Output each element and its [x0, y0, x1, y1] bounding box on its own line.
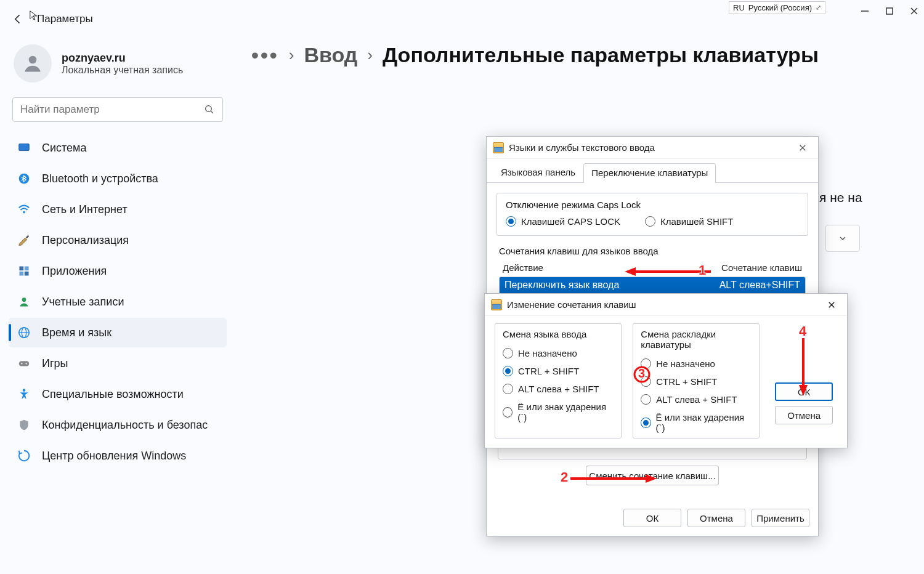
radio-alt-shift[interactable]: ALT слева + SHIFT [503, 384, 614, 394]
search-input[interactable] [20, 103, 204, 116]
radio-ctrl-shift[interactable]: CTRL + SHIFT [503, 366, 614, 376]
accessibility-icon [17, 387, 31, 401]
lang-code: RU [733, 3, 745, 12]
svg-rect-11 [20, 267, 24, 271]
close-button[interactable] [909, 6, 919, 16]
input-language-group: Смена языка ввода Не назначено CTRL + SH… [495, 323, 622, 439]
radio-shift[interactable]: Клавишей SHIFT [645, 216, 733, 227]
radio-ctrl-shift[interactable]: CTRL + SHIFT [641, 376, 752, 387]
radio-not-assigned[interactable]: Не назначено [503, 348, 614, 358]
dropdown-chevron[interactable] [825, 225, 860, 252]
search-box[interactable] [12, 97, 223, 122]
sidebar-item-accounts[interactable]: Учетные записи [9, 287, 227, 317]
sidebar-item-label: Специальные возможности [42, 388, 184, 401]
app-title: Параметры [37, 13, 93, 25]
sidebar-item-gaming[interactable]: Игры [9, 349, 227, 378]
step-number: 3 [638, 366, 645, 381]
svg-point-10 [23, 211, 25, 214]
sidebar-item-label: Учетные записи [42, 296, 124, 309]
cancel-button[interactable]: Отмена [775, 406, 833, 424]
ok-button[interactable]: ОК [623, 509, 681, 527]
col-shortcut: Сочетание клавиш [721, 262, 802, 273]
arrow-annotation-icon [798, 338, 809, 396]
gamepad-icon [17, 357, 31, 370]
svg-point-22 [23, 389, 26, 392]
svg-rect-13 [20, 272, 24, 276]
svg-marker-28 [646, 474, 657, 483]
col-action: Действие [503, 262, 543, 273]
radio-caps-lock[interactable]: Клавишей CAPS LOCK [506, 216, 620, 227]
nav-list: Система Bluetooth и устройства Сеть и Ин… [9, 133, 227, 471]
account-block[interactable]: poznyaev.ru Локальная учетная запись [9, 42, 227, 94]
tab-keyboard-switch[interactable]: Переключение клавиатуры [583, 163, 716, 183]
close-button[interactable] [793, 140, 812, 156]
sidebar-item-label: Игры [42, 357, 68, 370]
sidebar-item-label: Bluetooth и устройства [42, 172, 158, 185]
lang-name: Русский (Россия) [748, 3, 812, 12]
radio-alt-shift[interactable]: ALT слева + SHIFT [641, 394, 752, 405]
breadcrumb-ellipsis[interactable]: ••• [251, 43, 279, 67]
sidebar-item-label: Приложения [42, 265, 107, 278]
breadcrumb-input[interactable]: Ввод [304, 43, 357, 67]
group-title: Смена раскладки клавиатуры [641, 329, 752, 350]
wifi-icon [17, 203, 31, 216]
sidebar-item-label: Сеть и Интернет [42, 203, 128, 216]
sidebar-item-bluetooth[interactable]: Bluetooth и устройства [9, 164, 227, 193]
account-subtitle: Локальная учетная запись [62, 65, 183, 76]
group-title: Отключение режима Caps Lock [506, 200, 799, 210]
account-name: poznyaev.ru [62, 52, 183, 65]
page-title: Дополнительные параметры клавиатуры [383, 43, 819, 67]
svg-point-20 [21, 363, 22, 364]
back-button[interactable] [11, 12, 25, 26]
svg-rect-7 [19, 144, 30, 151]
sidebar-item-network[interactable]: Сеть и Интернет [9, 195, 227, 224]
sidebar-item-label: Система [42, 142, 87, 155]
svg-marker-33 [799, 385, 808, 396]
minimize-button[interactable] [860, 6, 870, 16]
sidebar-item-system[interactable]: Система [9, 133, 227, 163]
radio-grave-accent[interactable]: Ё или знак ударения (`) [503, 402, 614, 422]
apply-button[interactable]: Применить [752, 509, 809, 527]
cancel-button[interactable]: Отмена [687, 509, 745, 527]
tab-language-bar[interactable]: Языковая панель [493, 163, 583, 182]
svg-rect-1 [886, 8, 893, 14]
update-icon [17, 449, 31, 463]
svg-line-6 [211, 111, 213, 113]
sidebar-item-label: Персонализация [42, 234, 129, 247]
sidebar-item-update[interactable]: Центр обновления Windows [9, 441, 227, 471]
close-button[interactable] [822, 297, 841, 313]
display-icon [17, 141, 31, 155]
dialog-title: Языки и службы текстового ввода [509, 142, 655, 153]
svg-point-4 [29, 56, 37, 64]
group-title: Сочетания клавиш для языков ввода [499, 246, 806, 256]
shortcut-row-selected[interactable]: Переключить язык ввода ALT слева+SHIFT [500, 277, 805, 293]
language-indicator[interactable]: RU Русский (Россия) ⤢ [729, 1, 825, 14]
step-number: 2 [561, 469, 568, 485]
sidebar-item-label: Центр обновления Windows [42, 450, 186, 463]
change-key-sequence-dialog: Изменение сочетания клавиш Смена языка в… [484, 293, 848, 448]
arrow-annotation-icon [570, 473, 657, 484]
svg-point-5 [206, 106, 212, 112]
maximize-button[interactable] [885, 6, 894, 16]
step-number: 4 [799, 323, 806, 339]
sidebar-item-personalization[interactable]: Персонализация [9, 225, 227, 255]
radio-grave-accent[interactable]: Ё или знак ударения (`) [641, 412, 752, 433]
avatar-icon [14, 44, 52, 83]
background-text-fragment: я не на [819, 188, 862, 206]
radio-not-assigned[interactable]: Не назначено [641, 358, 752, 369]
dialog-buttons: ОК Отмена Применить [623, 509, 809, 527]
dialog-titlebar: Языки и службы текстового ввода [487, 137, 818, 159]
dialog-title: Изменение сочетания клавиш [507, 299, 636, 310]
svg-point-21 [26, 363, 27, 364]
arrow-annotation-icon [625, 266, 711, 277]
sidebar-item-privacy[interactable]: Конфиденциальность и безопас [9, 410, 227, 440]
sidebar-item-apps[interactable]: Приложения [9, 256, 227, 286]
caps-lock-group: Отключение режима Caps Lock Клавишей CAP… [496, 193, 808, 236]
svg-marker-26 [625, 267, 636, 276]
tabs: Языковая панель Переключение клавиатуры [487, 159, 818, 183]
bluetooth-icon [17, 172, 31, 185]
keyboard-layout-group: Смена раскладки клавиатуры Не назначено … [633, 323, 760, 439]
sidebar-item-accessibility[interactable]: Специальные возможности [9, 379, 227, 409]
sidebar-item-time-language[interactable]: Время и язык [9, 318, 227, 347]
sidebar-item-label: Конфиденциальность и безопас [42, 419, 208, 432]
